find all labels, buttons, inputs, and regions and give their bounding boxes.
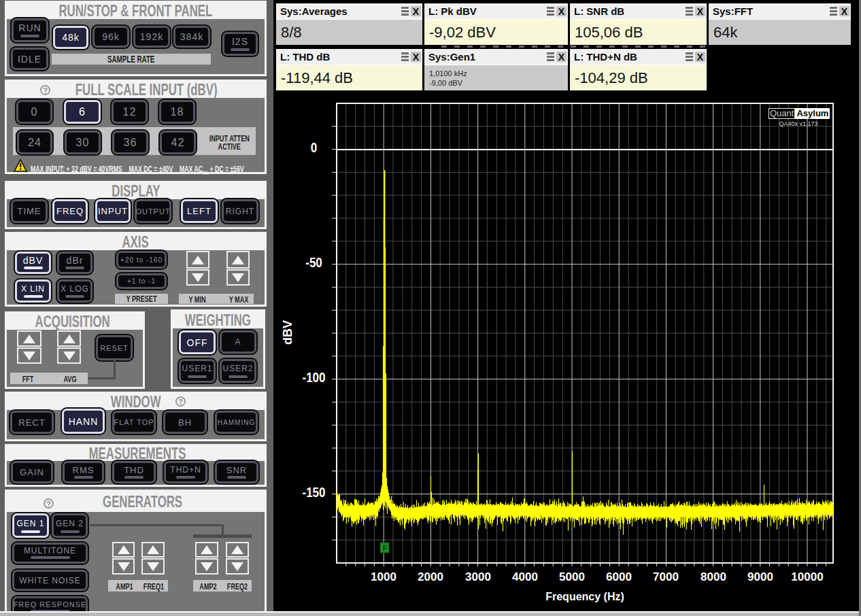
svg-text:-100: -100	[302, 370, 325, 386]
svg-text:-50: -50	[305, 255, 322, 271]
svg-text:8000: 8000	[700, 570, 726, 583]
svg-text:3000: 3000	[465, 570, 491, 583]
svg-text:5000: 5000	[559, 570, 585, 583]
svg-text:dBV: dBV	[281, 320, 294, 345]
svg-text:Frequency (Hz): Frequency (Hz)	[545, 591, 624, 602]
svg-text:6000: 6000	[606, 570, 632, 583]
svg-text:4000: 4000	[512, 570, 538, 583]
svg-text:0: 0	[311, 140, 317, 156]
svg-text:F: F	[383, 544, 388, 552]
svg-text:9000: 9000	[747, 570, 773, 583]
svg-text:2000: 2000	[418, 570, 443, 583]
svg-text:7000: 7000	[653, 570, 679, 583]
svg-text:10000: 10000	[791, 570, 823, 583]
svg-text:-150: -150	[302, 485, 325, 500]
svg-text:1000: 1000	[371, 570, 396, 583]
